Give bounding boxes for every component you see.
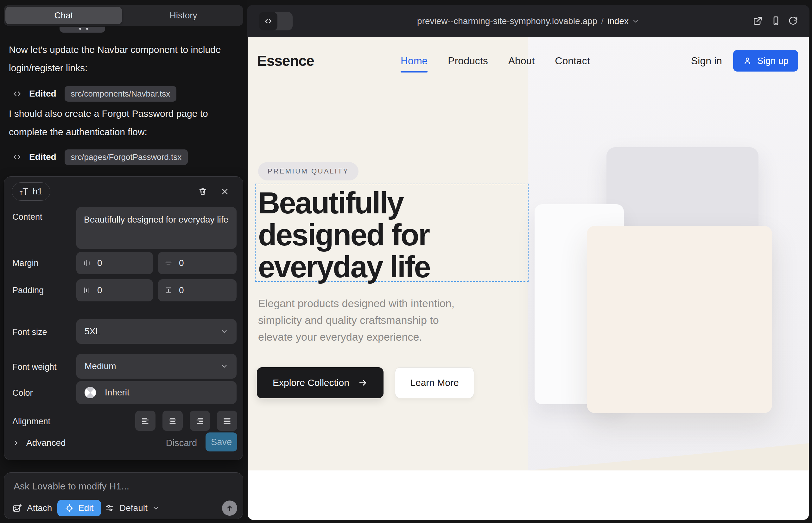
discard-button[interactable]: Discard	[162, 435, 200, 451]
external-link-icon	[753, 16, 763, 26]
edit-mode-button[interactable]: Edit	[57, 500, 101, 516]
padding-y-input[interactable]: 0	[158, 279, 236, 301]
nav-link-contact[interactable]: Contact	[555, 55, 590, 67]
close-editor-button[interactable]	[218, 185, 231, 198]
mobile-view-button[interactable]	[771, 16, 781, 26]
color-value: Inherit	[105, 387, 129, 398]
hero-paragraph-line: Elegant products designed with intention…	[258, 295, 518, 312]
margin-y-value: 0	[179, 258, 184, 268]
composer-input[interactable]: Ask Lovable to modify H1...	[14, 481, 129, 492]
learn-more-button[interactable]: Learn More	[395, 367, 474, 398]
align-justify-button[interactable]	[217, 411, 237, 431]
margin-horizontal-icon	[83, 259, 91, 267]
font-weight-label: Font weight	[12, 362, 57, 372]
padding-x-input[interactable]: 0	[76, 279, 153, 301]
delete-element-button[interactable]	[196, 185, 209, 198]
assistant-message: I should also create a Forgot Password p…	[9, 105, 236, 141]
hero-paragraph: Elegant products designed with intention…	[258, 295, 518, 345]
edited-file-row: Edited src/components/Navbar.tsx	[13, 86, 176, 101]
margin-y-input[interactable]: 0	[158, 252, 236, 274]
sign-in-link[interactable]: Sign in	[691, 37, 722, 85]
chevron-down-icon	[152, 504, 160, 512]
padding-horizontal-icon	[83, 286, 91, 294]
site-navbar: Essence Home Products About Contact Sign…	[248, 37, 809, 85]
send-button[interactable]	[222, 501, 237, 516]
content-input[interactable]: Beautifully designed for everyday life	[76, 207, 236, 249]
content-label: Content	[12, 212, 42, 222]
mode-label: Default	[119, 503, 147, 513]
hero-heading-line: Beautifully	[258, 187, 524, 219]
nav-link-products[interactable]: Products	[448, 55, 488, 67]
padding-y-value: 0	[179, 285, 184, 295]
smartphone-icon	[771, 16, 781, 26]
tab-chat[interactable]: Chat	[5, 7, 122, 24]
trash-icon	[198, 187, 207, 196]
attach-button[interactable]: Attach	[12, 500, 52, 516]
advanced-toggle[interactable]: Advanced	[12, 435, 66, 451]
mode-selector[interactable]: Default	[105, 500, 160, 516]
refresh-button[interactable]	[788, 16, 798, 26]
margin-label: Margin	[12, 258, 39, 268]
chevron-down-icon	[632, 17, 639, 25]
explore-collection-button[interactable]: Explore Collection	[257, 367, 384, 398]
refresh-icon	[788, 16, 798, 26]
margin-x-value: 0	[97, 258, 102, 268]
arrow-up-icon	[226, 504, 234, 512]
font-size-value: 5XL	[85, 326, 100, 337]
align-left-button[interactable]	[135, 411, 156, 431]
margin-x-input[interactable]: 0	[76, 252, 153, 274]
sign-up-button[interactable]: Sign up	[733, 50, 798, 72]
arrow-right-icon	[358, 378, 368, 387]
hero-paragraph-line: simplicity and quality craftsmanship to	[258, 312, 518, 329]
page-selector[interactable]: index	[607, 16, 629, 26]
typography-icon: тT	[20, 186, 28, 197]
chat-composer: Ask Lovable to modify H1... Attach Edit …	[4, 472, 243, 519]
align-center-icon	[168, 416, 177, 425]
site-viewport: Essence Home Products About Contact Sign…	[248, 37, 809, 520]
color-picker-field[interactable]: Inherit	[76, 381, 236, 404]
typing-indicator	[59, 26, 105, 33]
nav-link-about[interactable]: About	[508, 55, 535, 67]
decor-card-beige	[587, 226, 772, 413]
align-justify-icon	[223, 416, 231, 425]
nav-link-home[interactable]: Home	[401, 55, 427, 67]
file-badge[interactable]: src/components/Navbar.tsx	[65, 86, 177, 102]
sign-up-label: Sign up	[757, 56, 788, 66]
selected-element-pill[interactable]: тT h1	[12, 182, 50, 201]
typing-dot	[86, 28, 88, 30]
preview-toolbar: preview--charming-site-symphony.lovable.…	[247, 5, 810, 37]
image-plus-icon	[12, 503, 22, 513]
file-badge[interactable]: src/pages/ForgotPassword.tsx	[65, 149, 188, 165]
address-bar[interactable]: preview--charming-site-symphony.lovable.…	[247, 5, 810, 37]
font-size-select[interactable]: 5XL	[76, 319, 236, 344]
section-below-hero	[248, 470, 809, 520]
element-editor-panel: тT h1 Content Beautifully designed for e…	[4, 176, 243, 460]
url-separator: /	[601, 16, 604, 26]
target-icon	[65, 504, 74, 512]
site-logo[interactable]: Essence	[257, 37, 314, 85]
open-in-new-tab-button[interactable]	[753, 16, 763, 26]
edit-label: Edit	[78, 503, 93, 513]
hero-paragraph-line: elevate your everyday experience.	[258, 329, 518, 345]
hero-heading[interactable]: Beautifully designed for everyday life	[258, 187, 524, 283]
chat-history-tabs: Chat History	[4, 5, 243, 26]
edited-file-row: Edited src/pages/ForgotPassword.tsx	[13, 149, 188, 165]
save-button[interactable]: Save	[206, 432, 237, 451]
assistant-message: Now let's update the Navbar component to…	[9, 40, 236, 77]
lovable-chat-panel: Chat History Now let's update the Navbar…	[0, 0, 247, 523]
padding-vertical-icon	[164, 286, 173, 294]
attach-label: Attach	[27, 503, 52, 513]
alignment-label: Alignment	[12, 417, 50, 427]
font-weight-value: Medium	[85, 361, 116, 371]
typing-dot	[79, 28, 81, 30]
margin-vertical-icon	[164, 259, 173, 267]
font-weight-select[interactable]: Medium	[76, 354, 236, 379]
edited-label: Edited	[29, 152, 56, 162]
tab-history[interactable]: History	[124, 5, 243, 26]
chevron-down-icon	[220, 327, 228, 336]
align-right-icon	[195, 416, 204, 425]
align-right-button[interactable]	[190, 411, 210, 431]
composer-toolbar: Attach Edit Default	[4, 500, 243, 516]
hero-heading-line: designed for	[258, 219, 524, 251]
align-center-button[interactable]	[162, 411, 183, 431]
